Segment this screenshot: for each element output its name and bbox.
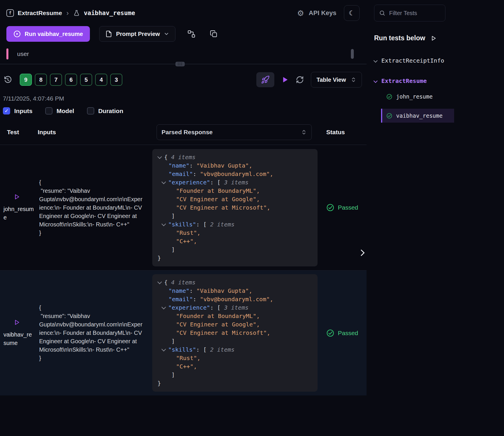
- run-history-list: 9876543: [20, 74, 122, 86]
- row-test-name: vaibhav_resume: [3, 330, 34, 347]
- passed-check-icon: [386, 113, 392, 119]
- filter-label: Duration: [98, 108, 123, 115]
- run-history-chip[interactable]: 8: [35, 74, 47, 86]
- test-cell: john_resume: [0, 145, 38, 270]
- rocket-button[interactable]: [256, 72, 274, 87]
- run-history-chip[interactable]: 7: [50, 74, 62, 86]
- run-controls-right: Table View: [256, 72, 362, 88]
- prompt-preview-dropdown[interactable]: Prompt Preview: [99, 26, 175, 42]
- filter-tests-box[interactable]: [374, 5, 445, 21]
- run-test-button[interactable]: Run vaibhav_resume: [6, 26, 90, 42]
- filter-inputs[interactable]: ✓Inputs: [3, 107, 32, 115]
- results-table-header: Test Inputs Parsed Response Status: [0, 124, 367, 145]
- passed-check-icon: [326, 204, 334, 212]
- play-outline-icon: [430, 35, 437, 41]
- settings-gear-icon[interactable]: ⚙: [297, 9, 304, 18]
- search-icon: [379, 10, 385, 16]
- test-cell: vaibhav_resume: [0, 270, 38, 395]
- play-outline-icon: [13, 319, 20, 326]
- row-play-button[interactable]: [13, 193, 38, 200]
- split-divider: [0, 64, 367, 64]
- rocket-icon: [261, 75, 270, 84]
- filter-label: Inputs: [14, 108, 32, 115]
- checkbox[interactable]: ✓: [3, 107, 10, 115]
- passed-check-icon: [386, 94, 392, 100]
- drag-handle[interactable]: [175, 62, 185, 66]
- run-button-label: Run vaibhav_resume: [25, 31, 83, 37]
- breadcrumb-separator-icon: ›: [66, 9, 69, 17]
- filter-model[interactable]: Model: [45, 107, 74, 115]
- filter-tests-input[interactable]: [389, 10, 438, 17]
- col-header-status: Status: [319, 129, 367, 136]
- scrollbar-thumb[interactable]: [351, 49, 354, 59]
- copy-button[interactable]: [207, 28, 220, 40]
- drag-dots-icon: [178, 63, 183, 66]
- row-input-json: { "resume": "Vaibhav Gupta\nvbv@boundary…: [39, 178, 144, 237]
- sidebar-test-vaibhav-resume[interactable]: vaibhav_resume: [381, 109, 454, 123]
- input-cell: { "resume": "Vaibhav Gupta\nvbv@boundary…: [38, 270, 152, 395]
- moon-icon: ☾: [349, 9, 355, 17]
- col-header-inputs: Inputs: [38, 129, 152, 136]
- run-tests-below-label: Run tests below: [374, 34, 425, 42]
- prompt-preview-label: Prompt Preview: [116, 31, 160, 37]
- parsed-cell: { 4 items"name": "Vaibhav Gupta","email"…: [152, 145, 319, 270]
- file-text-icon: [105, 30, 112, 37]
- play-outline-icon: [13, 193, 20, 200]
- copy-icon: [210, 30, 218, 38]
- json-viewer[interactable]: { 4 items"name": "Vaibhav Gupta","email"…: [152, 274, 318, 392]
- col-header-parsed-select[interactable]: Parsed Response: [157, 124, 312, 140]
- theme-toggle-button[interactable]: ☾: [344, 5, 360, 21]
- app-root: f ExtractResume › vaibhav_resume ⚙ API K…: [0, 0, 504, 436]
- run-history-chip[interactable]: 3: [110, 74, 122, 86]
- col-header-test: Test: [0, 129, 38, 136]
- sidebar-function-extractresume[interactable]: ExtractResume: [374, 77, 499, 84]
- sidebar-test-john-resume[interactable]: john_resume: [381, 90, 454, 103]
- sidebar-function-extractreceiptinfo[interactable]: ExtractReceiptInfo: [374, 57, 499, 64]
- chevron-down-icon: [164, 31, 169, 37]
- toolbar: Run vaibhav_resume Prompt Preview: [0, 24, 367, 42]
- api-keys-link[interactable]: API Keys: [309, 9, 336, 17]
- workflow-graph-button[interactable]: [185, 27, 198, 41]
- breadcrumb-test: vaibhav_resume: [84, 10, 135, 17]
- run-history-chip[interactable]: 9: [20, 74, 32, 86]
- test-result-row: vaibhav_resume { "resume": "Vaibhav Gupt…: [0, 270, 367, 395]
- row-status-label: Passed: [338, 204, 358, 211]
- row-play-button[interactable]: [13, 319, 38, 326]
- function-name: ExtractReceiptInfo: [381, 57, 444, 64]
- row-test-name: john_resume: [3, 205, 34, 222]
- refresh-icon: [296, 76, 304, 84]
- play-circle-icon: [13, 30, 21, 38]
- chevron-down-icon: [374, 59, 378, 63]
- view-mode-select[interactable]: Table View: [311, 72, 362, 88]
- tests-sidebar: Run tests below ExtractReceiptInfo Extra…: [367, 0, 504, 436]
- run-tests-below-button[interactable]: Run tests below: [374, 34, 499, 42]
- sidebar-test-name: john_resume: [396, 93, 433, 100]
- history-icon[interactable]: [3, 75, 12, 84]
- main-panel: f ExtractResume › vaibhav_resume ⚙ API K…: [0, 0, 367, 436]
- refresh-button[interactable]: [296, 76, 304, 84]
- test-result-row: john_resume { "resume": "Vaibhav Gupta\n…: [0, 145, 367, 270]
- status-cell: Passed: [319, 270, 367, 395]
- run-history-chip[interactable]: 6: [65, 74, 77, 86]
- run-history-chip[interactable]: 4: [95, 74, 107, 86]
- filter-duration[interactable]: Duration: [87, 107, 123, 115]
- run-history-chip[interactable]: 5: [80, 74, 92, 86]
- function-name: ExtractResume: [381, 77, 427, 84]
- sidebar-test-name: vaibhav_resume: [396, 112, 443, 119]
- checkbox[interactable]: [87, 107, 94, 115]
- chevron-down-icon: [374, 79, 378, 83]
- workflow-icon: [187, 30, 196, 38]
- filter-label: Model: [57, 108, 74, 115]
- breadcrumb-project[interactable]: ExtractResume: [18, 10, 62, 17]
- top-bar: f ExtractResume › vaibhav_resume ⚙ API K…: [0, 0, 367, 24]
- checkbox[interactable]: [45, 107, 52, 115]
- top-right-actions: ⚙ API Keys ☾: [297, 5, 360, 21]
- prompt-role-row[interactable]: user: [6, 48, 354, 60]
- test-flask-icon: [73, 10, 80, 17]
- role-color-bar: [6, 48, 8, 59]
- run-play-button[interactable]: [281, 76, 289, 83]
- select-arrows-icon: [301, 129, 307, 135]
- json-viewer[interactable]: { 4 items"name": "Vaibhav Gupta","email"…: [152, 149, 318, 266]
- run-timestamp: 7/11/2025, 4:07:46 PM: [3, 95, 367, 102]
- select-arrows-icon: [351, 77, 356, 83]
